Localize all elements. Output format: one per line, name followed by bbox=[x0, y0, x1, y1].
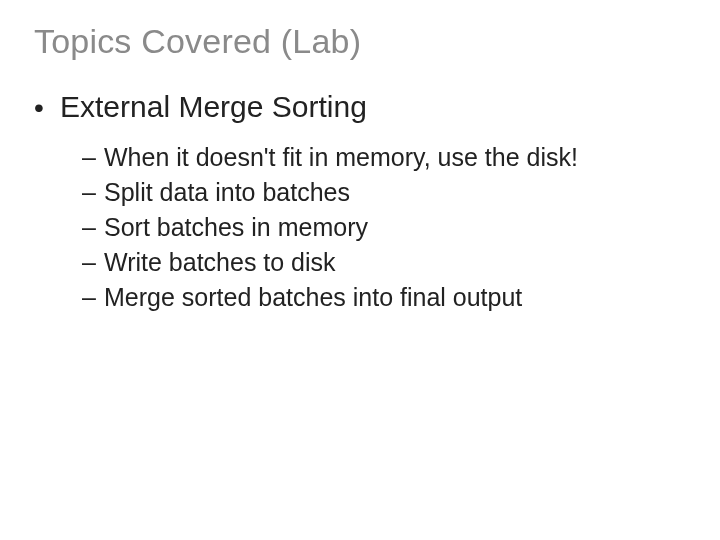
bullet-marker: – bbox=[82, 281, 104, 314]
bullet-level2: – Merge sorted batches into final output bbox=[82, 281, 686, 314]
bullet-marker: – bbox=[82, 141, 104, 174]
bullet-marker: • bbox=[34, 89, 60, 125]
bullet-level2-list: – When it doesn't fit in memory, use the… bbox=[82, 141, 686, 314]
bullet-level2: – Sort batches in memory bbox=[82, 211, 686, 244]
slide: Topics Covered (Lab) • External Merge So… bbox=[0, 0, 720, 540]
bullet-level2: – When it doesn't fit in memory, use the… bbox=[82, 141, 686, 174]
bullet-marker: – bbox=[82, 246, 104, 279]
bullet-text: External Merge Sorting bbox=[60, 89, 367, 125]
slide-title: Topics Covered (Lab) bbox=[34, 22, 686, 61]
bullet-level1: • External Merge Sorting bbox=[34, 89, 686, 125]
bullet-text: Split data into batches bbox=[104, 176, 350, 209]
bullet-text: Merge sorted batches into final output bbox=[104, 281, 522, 314]
bullet-level2: – Split data into batches bbox=[82, 176, 686, 209]
bullet-marker: – bbox=[82, 176, 104, 209]
bullet-text: Sort batches in memory bbox=[104, 211, 368, 244]
bullet-marker: – bbox=[82, 211, 104, 244]
bullet-text: When it doesn't fit in memory, use the d… bbox=[104, 141, 578, 174]
bullet-text: Write batches to disk bbox=[104, 246, 336, 279]
bullet-level2: – Write batches to disk bbox=[82, 246, 686, 279]
